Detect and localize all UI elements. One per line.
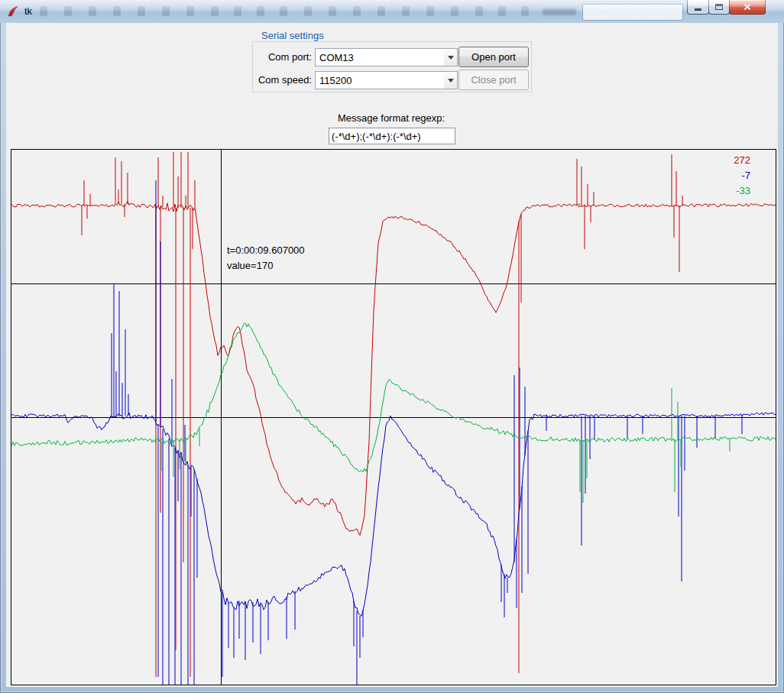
- tk-feather-icon: [7, 5, 19, 18]
- ghost-icon: [138, 6, 145, 16]
- com-speed-dropdown-zone: [444, 72, 457, 89]
- ghost-icon: [353, 6, 361, 16]
- com-speed-label: Com speed:: [243, 74, 312, 86]
- regexp-input[interactable]: [329, 128, 455, 144]
- titlebar[interactable]: tk: [0, 0, 784, 23]
- ghost-icon: [280, 6, 287, 16]
- legend-green-value: -33: [734, 183, 750, 199]
- com-speed-combobox[interactable]: 115200: [315, 71, 458, 89]
- ghost-icon: [113, 6, 121, 16]
- ghost-icon: [475, 6, 483, 16]
- ghost-icon: [329, 6, 336, 16]
- cursor-time-text: t=0:00:09.607000: [227, 243, 305, 258]
- ghost-icon: [521, 6, 529, 16]
- ghost-icon: [89, 6, 96, 16]
- cursor-annotation: t=0:00:09.607000 value=170: [227, 243, 305, 274]
- trace-green: [11, 323, 776, 503]
- ghost-icon: [211, 6, 219, 16]
- trace-red: [11, 152, 776, 677]
- com-port-label: Com port:: [243, 51, 312, 63]
- ghost-icon: [498, 6, 506, 16]
- window-content: Serial settings Com port: COM13 Open por…: [6, 23, 778, 687]
- close-port-button: Close port: [458, 70, 529, 90]
- maximize-button[interactable]: [708, 0, 730, 15]
- plot-legend: 272 -7 -33: [734, 153, 750, 199]
- ghost-icon: [257, 6, 264, 16]
- com-port-combobox[interactable]: COM13: [315, 48, 458, 66]
- com-speed-value: 115200: [316, 75, 444, 86]
- open-port-button[interactable]: Open port: [458, 47, 529, 67]
- com-port-value: COM13: [316, 52, 444, 63]
- chevron-down-icon: [448, 79, 454, 83]
- legend-red-value: 272: [734, 153, 750, 168]
- regexp-label: Message format regexp:: [315, 112, 468, 124]
- ghost-icon: [426, 6, 434, 16]
- trace-blue: [11, 180, 776, 685]
- minimize-icon: [695, 8, 701, 11]
- ghost-icon: [64, 6, 72, 16]
- close-button[interactable]: [729, 0, 766, 15]
- ghost-icon: [40, 6, 47, 16]
- legend-blue-value: -7: [734, 168, 750, 183]
- ghost-icon: [162, 6, 170, 16]
- minimize-button[interactable]: [687, 0, 709, 15]
- window-title: tk: [24, 5, 32, 17]
- ghost-icon: [234, 6, 241, 16]
- plot-area: 272 -7 -33 t=0:00:09.607000 value=170: [11, 149, 776, 685]
- com-port-dropdown-zone: [444, 49, 457, 66]
- maximize-icon: [715, 4, 723, 10]
- app-window: tk Serial settings Com port: COM13 Open …: [0, 0, 784, 693]
- cursor-value-text: value=170: [227, 258, 305, 274]
- plot-canvas[interactable]: [11, 150, 776, 685]
- ghost-icon: [304, 6, 312, 16]
- titlebar-ghost-text: [543, 8, 576, 15]
- titlebar-ghost-searchbox: [582, 4, 683, 21]
- ghost-icon: [377, 6, 385, 16]
- serial-settings-title: Serial settings: [258, 30, 327, 41]
- ghost-icon: [186, 6, 194, 16]
- ghost-icon: [402, 6, 410, 16]
- chevron-down-icon: [448, 56, 454, 60]
- ghost-icon: [451, 6, 458, 16]
- close-icon: [743, 2, 752, 11]
